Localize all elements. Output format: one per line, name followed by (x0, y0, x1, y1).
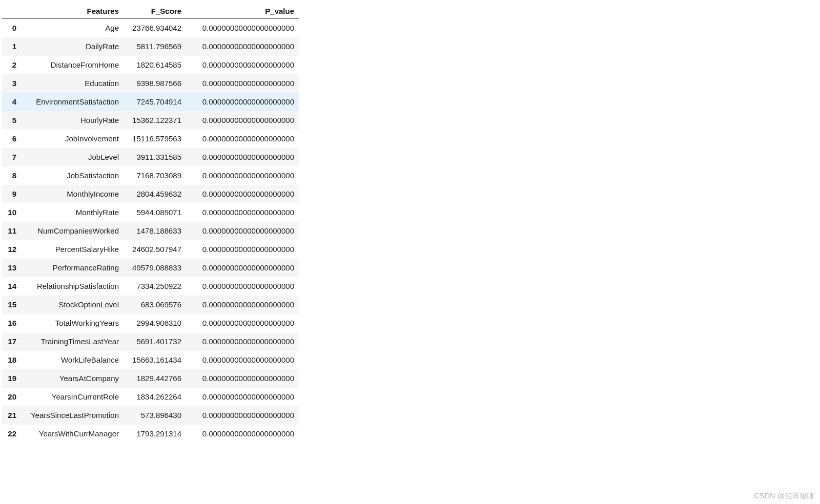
cell-fscore: 15663.161434 (124, 351, 187, 369)
cell-fscore: 49579.088833 (124, 259, 187, 277)
row-index: 12 (2, 240, 22, 259)
cell-fscore: 23766.934042 (124, 19, 187, 37)
row-index: 13 (2, 259, 22, 277)
table-row: 22YearsWithCurrManager1793.2913140.00000… (2, 425, 299, 443)
table-row: 12PercentSalaryHike24602.5079470.0000000… (2, 240, 299, 259)
cell-feature: TotalWorkingYears (22, 314, 124, 332)
cell-feature: Age (22, 19, 124, 37)
table-row: 9MonthlyIncome2804.4596320.0000000000000… (2, 185, 299, 203)
cell-fscore: 1829.442766 (124, 369, 187, 388)
cell-feature: DailyRate (22, 37, 124, 56)
table-row: 2DistanceFromHome1820.6145850.0000000000… (2, 56, 299, 74)
row-index: 2 (2, 56, 22, 74)
cell-feature: MonthlyRate (22, 203, 124, 222)
col-header-fscore: F_Score (124, 3, 187, 19)
cell-feature: PercentSalaryHike (22, 240, 124, 259)
cell-feature: JobLevel (22, 148, 124, 166)
row-index: 15 (2, 296, 22, 314)
cell-fscore: 3911.331585 (124, 148, 187, 166)
table-row: 6JobInvolvement15116.5795630.00000000000… (2, 130, 299, 148)
table-row: 5HourlyRate15362.1223710.000000000000000… (2, 111, 299, 130)
cell-pvalue: 0.00000000000000000000 (187, 148, 299, 166)
cell-pvalue: 0.00000000000000000000 (187, 19, 299, 37)
table-row: 1DailyRate5811.7965690.00000000000000000… (2, 37, 299, 56)
cell-fscore: 1478.188633 (124, 222, 187, 240)
col-header-pvalue: P_value (187, 3, 299, 19)
table-row: 18WorkLifeBalance15663.1614340.000000000… (2, 351, 299, 369)
cell-pvalue: 0.00000000000000000000 (187, 388, 299, 406)
cell-feature: MonthlyIncome (22, 185, 124, 203)
row-index: 20 (2, 388, 22, 406)
table-row: 3Education9398.9875660.00000000000000000… (2, 74, 299, 93)
cell-feature: RelationshipSatisfaction (22, 277, 124, 296)
table-row: 19YearsAtCompany1829.4427660.00000000000… (2, 369, 299, 388)
cell-pvalue: 0.00000000000000000000 (187, 185, 299, 203)
cell-fscore: 5944.089071 (124, 203, 187, 222)
cell-pvalue: 0.00000000000000000000 (187, 296, 299, 314)
cell-pvalue: 0.00000000000000000000 (187, 277, 299, 296)
cell-pvalue: 0.00000000000000000000 (187, 314, 299, 332)
table-row: 11NumCompaniesWorked1478.1886330.0000000… (2, 222, 299, 240)
cell-pvalue: 0.00000000000000000000 (187, 369, 299, 388)
cell-pvalue: 0.00000000000000000000 (187, 425, 299, 443)
cell-pvalue: 0.00000000000000000000 (187, 130, 299, 148)
table-row: 15StockOptionLevel683.0695760.0000000000… (2, 296, 299, 314)
cell-feature: WorkLifeBalance (22, 351, 124, 369)
table-row: 0Age23766.9340420.00000000000000000000 (2, 19, 299, 37)
table-row: 10MonthlyRate5944.0890710.00000000000000… (2, 203, 299, 222)
cell-pvalue: 0.00000000000000000000 (187, 406, 299, 425)
row-index: 5 (2, 111, 22, 130)
cell-fscore: 1793.291314 (124, 425, 187, 443)
cell-fscore: 2994.906310 (124, 314, 187, 332)
cell-fscore: 683.069576 (124, 296, 187, 314)
row-index: 21 (2, 406, 22, 425)
col-header-index (2, 3, 22, 19)
table-row: 4EnvironmentSatisfaction7245.7049140.000… (2, 93, 299, 111)
cell-feature: NumCompaniesWorked (22, 222, 124, 240)
cell-feature: YearsInCurrentRole (22, 388, 124, 406)
cell-fscore: 573.896430 (124, 406, 187, 425)
row-index: 18 (2, 351, 22, 369)
cell-fscore: 7334.250922 (124, 277, 187, 296)
cell-fscore: 15362.122371 (124, 111, 187, 130)
cell-pvalue: 0.00000000000000000000 (187, 74, 299, 93)
cell-fscore: 2804.459632 (124, 185, 187, 203)
table-row: 16TotalWorkingYears2994.9063100.00000000… (2, 314, 299, 332)
table-row: 21YearsSinceLastPromotion573.8964300.000… (2, 406, 299, 425)
cell-fscore: 1820.614585 (124, 56, 187, 74)
cell-pvalue: 0.00000000000000000000 (187, 93, 299, 111)
table-row: 20YearsInCurrentRole1834.2622640.0000000… (2, 388, 299, 406)
cell-pvalue: 0.00000000000000000000 (187, 203, 299, 222)
row-index: 7 (2, 148, 22, 166)
row-index: 11 (2, 222, 22, 240)
cell-pvalue: 0.00000000000000000000 (187, 37, 299, 56)
row-index: 0 (2, 19, 22, 37)
cell-pvalue: 0.00000000000000000000 (187, 259, 299, 277)
table-row: 13PerformanceRating49579.0888330.0000000… (2, 259, 299, 277)
table-row: 7JobLevel3911.3315850.000000000000000000… (2, 148, 299, 166)
row-index: 22 (2, 425, 22, 443)
watermark-text: CSDN @矩阵猫咪 (754, 492, 815, 501)
cell-feature: PerformanceRating (22, 259, 124, 277)
cell-fscore: 24602.507947 (124, 240, 187, 259)
table-header-row: Features F_Score P_value (2, 3, 299, 19)
cell-feature: Education (22, 74, 124, 93)
row-index: 14 (2, 277, 22, 296)
cell-feature: JobSatisfaction (22, 166, 124, 185)
table-row: 17TrainingTimesLastYear5691.4017320.0000… (2, 332, 299, 351)
cell-feature: YearsSinceLastPromotion (22, 406, 124, 425)
row-index: 16 (2, 314, 22, 332)
cell-pvalue: 0.00000000000000000000 (187, 240, 299, 259)
cell-pvalue: 0.00000000000000000000 (187, 222, 299, 240)
row-index: 4 (2, 93, 22, 111)
cell-fscore: 1834.262264 (124, 388, 187, 406)
row-index: 10 (2, 203, 22, 222)
cell-feature: StockOptionLevel (22, 296, 124, 314)
row-index: 6 (2, 130, 22, 148)
cell-feature: DistanceFromHome (22, 56, 124, 74)
cell-fscore: 7245.704914 (124, 93, 187, 111)
row-index: 1 (2, 37, 22, 56)
cell-pvalue: 0.00000000000000000000 (187, 166, 299, 185)
row-index: 17 (2, 332, 22, 351)
row-index: 3 (2, 74, 22, 93)
